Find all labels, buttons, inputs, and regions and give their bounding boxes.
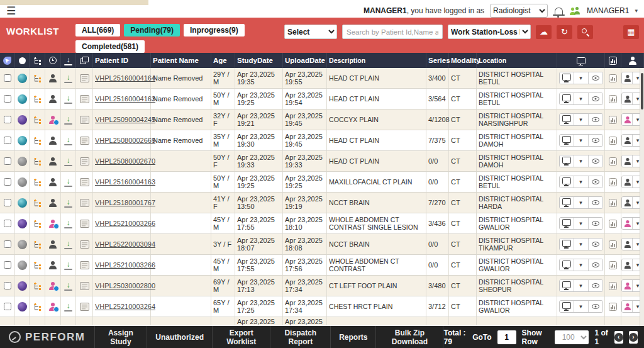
tree-icon[interactable] xyxy=(33,261,42,269)
report-notes-icon[interactable] xyxy=(80,220,89,228)
report-chart-icon[interactable] xyxy=(609,282,617,290)
person-icon[interactable] xyxy=(49,116,57,124)
patient-id-link[interactable]: VHPL25210003264 xyxy=(95,303,155,310)
row-checkbox[interactable] xyxy=(4,74,11,82)
download-icon[interactable]: ↓ xyxy=(64,302,72,312)
patient-id-link[interactable]: VHPL25220003094 xyxy=(95,240,155,248)
user-menu-caret-icon[interactable]: ▾ xyxy=(635,8,638,14)
download-icon[interactable]: ↓ xyxy=(64,198,72,208)
filter-pending-button[interactable]: Pending(79) xyxy=(124,24,180,36)
unauthorized-button[interactable]: Unauthorized xyxy=(147,326,212,348)
download-icon[interactable]: ↓ xyxy=(64,157,72,166)
row-checkbox[interactable] xyxy=(4,261,11,269)
preview-button[interactable] xyxy=(589,93,602,104)
person-icon[interactable] xyxy=(49,137,57,145)
person-icon[interactable] xyxy=(49,282,57,290)
users-icon[interactable] xyxy=(570,7,581,15)
report-notes-icon[interactable] xyxy=(80,282,89,290)
open-viewer-button[interactable] xyxy=(560,301,574,312)
search-button[interactable] xyxy=(577,25,593,39)
open-viewer-button[interactable] xyxy=(560,114,574,125)
patient-id-link[interactable]: VHPL25080002669 xyxy=(95,137,155,144)
tree-icon[interactable] xyxy=(33,116,42,124)
report-chart-icon[interactable] xyxy=(609,240,617,249)
header-history[interactable] xyxy=(45,53,61,68)
header-series-tree[interactable] xyxy=(30,53,45,68)
preview-button[interactable] xyxy=(589,155,602,167)
open-viewer-button[interactable] xyxy=(560,72,574,84)
hamburger-menu-icon[interactable]: ☰ xyxy=(6,6,16,16)
header-status[interactable] xyxy=(15,53,30,68)
open-viewer-button[interactable] xyxy=(560,155,574,167)
notifications-bell-icon[interactable] xyxy=(555,8,563,14)
report-notes-icon[interactable] xyxy=(80,116,89,124)
report-notes-icon[interactable] xyxy=(80,95,89,103)
download-icon[interactable]: ↓ xyxy=(64,240,72,249)
person-icon[interactable] xyxy=(49,199,57,207)
header-age[interactable]: Age xyxy=(211,53,235,68)
patient-id-link[interactable]: VHPL25160004163 xyxy=(95,95,155,103)
open-viewer-button[interactable] xyxy=(560,218,574,229)
row-checkbox[interactable] xyxy=(4,240,11,248)
header-report-chart[interactable] xyxy=(605,53,621,68)
viewer-options-button[interactable]: ▾ xyxy=(574,280,589,291)
role-select[interactable]: Radiologist xyxy=(490,4,548,18)
assign-user-button[interactable] xyxy=(622,239,633,250)
assign-user-button[interactable] xyxy=(622,155,633,167)
viewer-options-button[interactable]: ▾ xyxy=(574,176,589,188)
bulk-zip-download-button[interactable]: Bulk Zip Download xyxy=(375,326,443,348)
viewer-options-button[interactable]: ▾ xyxy=(574,239,589,250)
filter-all-button[interactable]: ALL(669) xyxy=(75,24,120,36)
preview-button[interactable] xyxy=(589,218,602,229)
tree-icon[interactable] xyxy=(33,137,42,145)
workstation-select[interactable]: Work Station-Loss Less xyxy=(448,25,531,39)
refresh-button[interactable]: ↻ xyxy=(557,25,572,39)
filter-completed-button[interactable]: Completed(581) xyxy=(75,40,145,53)
report-notes-icon[interactable] xyxy=(80,137,89,145)
tree-icon[interactable] xyxy=(33,178,42,186)
assign-user-button[interactable] xyxy=(622,280,633,291)
preview-button[interactable] xyxy=(589,72,602,84)
report-chart-icon[interactable] xyxy=(609,199,617,207)
prev-page-button[interactable]: ‹ xyxy=(614,331,623,344)
patient-id-link[interactable]: VHPL25030002800 xyxy=(95,282,155,289)
assign-user-button[interactable] xyxy=(622,72,633,84)
report-chart-icon[interactable] xyxy=(609,137,617,145)
assign-user-button[interactable] xyxy=(622,197,633,208)
report-notes-icon[interactable] xyxy=(80,303,89,311)
download-icon[interactable]: ↓ xyxy=(64,261,72,270)
header-patient-id[interactable]: Patient ID xyxy=(93,53,151,68)
person-icon[interactable] xyxy=(49,261,57,269)
tree-icon[interactable] xyxy=(33,199,42,207)
row-checkbox[interactable] xyxy=(4,282,11,289)
open-viewer-button[interactable] xyxy=(560,93,574,104)
viewer-options-button[interactable]: ▾ xyxy=(574,301,589,312)
patient-id-link[interactable]: VHPL25080002670 xyxy=(95,157,155,165)
report-notes-icon[interactable] xyxy=(80,199,89,207)
report-chart-icon[interactable] xyxy=(609,74,617,82)
person-icon[interactable] xyxy=(49,74,57,82)
report-chart-icon[interactable] xyxy=(609,220,617,228)
report-chart-icon[interactable] xyxy=(609,95,617,103)
cloud-download-button[interactable]: ☁ xyxy=(536,25,552,39)
viewer-options-button[interactable]: ▾ xyxy=(574,72,589,84)
viewer-options-button[interactable]: ▾ xyxy=(574,197,589,208)
report-chart-icon[interactable] xyxy=(609,116,617,124)
header-location[interactable]: Location xyxy=(477,53,557,68)
preview-button[interactable] xyxy=(589,114,602,125)
assign-user-button[interactable] xyxy=(622,301,633,312)
viewer-options-button[interactable]: ▾ xyxy=(574,259,589,271)
report-chart-icon[interactable] xyxy=(609,303,617,311)
header-chat[interactable] xyxy=(76,53,93,68)
row-checkbox[interactable] xyxy=(4,157,11,165)
export-worklist-button[interactable]: Export Worklist xyxy=(212,326,270,348)
assign-user-button[interactable] xyxy=(622,218,633,229)
download-icon[interactable]: ↓ xyxy=(64,136,72,145)
open-viewer-button[interactable] xyxy=(560,259,574,271)
report-notes-icon[interactable] xyxy=(80,178,89,186)
generic-select[interactable]: Select xyxy=(284,25,337,39)
preview-button[interactable] xyxy=(589,176,602,188)
row-checkbox[interactable] xyxy=(4,178,11,186)
report-notes-icon[interactable] xyxy=(80,261,89,269)
viewer-options-button[interactable]: ▾ xyxy=(574,155,589,167)
